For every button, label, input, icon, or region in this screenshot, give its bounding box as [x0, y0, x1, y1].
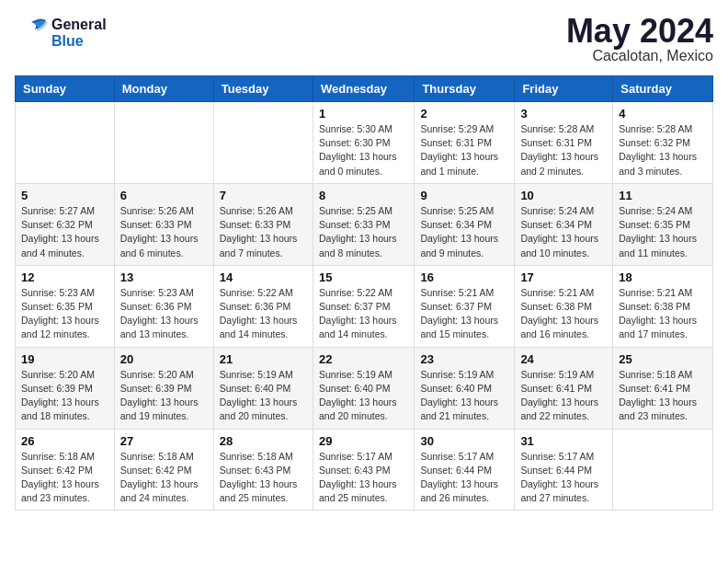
calendar-cell: 23 Sunrise: 5:19 AM Sunset: 6:40 PM Dayl…	[415, 347, 515, 429]
sunrise-text: Sunrise: 5:20 AM	[120, 369, 194, 380]
sunrise-text: Sunrise: 5:28 AM	[520, 123, 594, 134]
daylight-text: Daylight: 13 hours and 11 minutes.	[619, 233, 697, 258]
sunset-text: Sunset: 6:43 PM	[319, 465, 391, 476]
sunrise-text: Sunrise: 5:25 AM	[420, 205, 494, 216]
day-number: 15	[319, 270, 408, 284]
calendar-cell: 29 Sunrise: 5:17 AM Sunset: 6:43 PM Dayl…	[313, 429, 414, 511]
calendar-cell: 1 Sunrise: 5:30 AM Sunset: 6:30 PM Dayli…	[313, 102, 414, 184]
sunset-text: Sunset: 6:42 PM	[21, 465, 93, 476]
title-block: May 2024 Cacalotan, Mexico	[566, 15, 713, 64]
sunrise-text: Sunrise: 5:28 AM	[619, 123, 692, 134]
sunset-text: Sunset: 6:43 PM	[220, 465, 291, 476]
day-number: 11	[619, 189, 707, 202]
weekday-header-row: SundayMondayTuesdayWednesdayThursdayFrid…	[16, 76, 713, 102]
day-info: Sunrise: 5:17 AM Sunset: 6:44 PM Dayligh…	[520, 450, 607, 506]
daylight-text: Daylight: 13 hours and 22 minutes.	[520, 396, 598, 421]
day-number: 10	[520, 189, 607, 202]
sunrise-text: Sunrise: 5:26 AM	[120, 205, 194, 216]
daylight-text: Daylight: 13 hours and 12 minutes.	[21, 315, 99, 339]
day-number: 3	[520, 107, 607, 121]
sunset-text: Sunset: 6:33 PM	[220, 219, 291, 230]
calendar-cell	[114, 102, 213, 184]
sunset-text: Sunset: 6:40 PM	[319, 383, 391, 394]
day-info: Sunrise: 5:23 AM Sunset: 6:36 PM Dayligh…	[120, 286, 208, 342]
calendar-week-row: 5 Sunrise: 5:27 AM Sunset: 6:32 PM Dayli…	[16, 183, 713, 265]
calendar-cell: 31 Sunrise: 5:17 AM Sunset: 6:44 PM Dayl…	[515, 429, 613, 511]
calendar-cell: 11 Sunrise: 5:24 AM Sunset: 6:35 PM Dayl…	[613, 183, 713, 265]
sunset-text: Sunset: 6:36 PM	[220, 301, 291, 312]
daylight-text: Daylight: 13 hours and 19 minutes.	[120, 396, 199, 421]
day-info: Sunrise: 5:24 AM Sunset: 6:35 PM Dayligh…	[619, 204, 707, 260]
sunset-text: Sunset: 6:39 PM	[21, 383, 93, 394]
day-number: 14	[220, 270, 307, 284]
sunrise-text: Sunrise: 5:20 AM	[21, 369, 95, 380]
calendar-cell: 14 Sunrise: 5:22 AM Sunset: 6:36 PM Dayl…	[213, 265, 313, 347]
sunset-text: Sunset: 6:38 PM	[520, 301, 592, 312]
weekday-header-friday: Friday	[515, 76, 613, 102]
calendar-cell	[613, 429, 713, 511]
calendar-cell: 22 Sunrise: 5:19 AM Sunset: 6:40 PM Dayl…	[313, 347, 414, 429]
sunset-text: Sunset: 6:39 PM	[120, 383, 192, 394]
calendar-cell: 18 Sunrise: 5:21 AM Sunset: 6:38 PM Dayl…	[613, 265, 713, 347]
day-info: Sunrise: 5:27 AM Sunset: 6:32 PM Dayligh…	[21, 204, 108, 260]
day-info: Sunrise: 5:21 AM Sunset: 6:37 PM Dayligh…	[420, 286, 508, 342]
daylight-text: Daylight: 13 hours and 27 minutes.	[520, 478, 598, 503]
day-number: 26	[21, 434, 108, 448]
sunrise-text: Sunrise: 5:17 AM	[319, 451, 392, 462]
calendar-cell: 27 Sunrise: 5:18 AM Sunset: 6:42 PM Dayl…	[114, 429, 213, 511]
sunrise-text: Sunrise: 5:22 AM	[319, 287, 392, 298]
day-number: 8	[319, 189, 408, 202]
calendar-cell: 3 Sunrise: 5:28 AM Sunset: 6:31 PM Dayli…	[515, 102, 613, 184]
calendar-cell: 16 Sunrise: 5:21 AM Sunset: 6:37 PM Dayl…	[415, 265, 515, 347]
day-info: Sunrise: 5:22 AM Sunset: 6:36 PM Dayligh…	[220, 286, 307, 342]
sunrise-text: Sunrise: 5:19 AM	[220, 369, 293, 380]
calendar-cell: 17 Sunrise: 5:21 AM Sunset: 6:38 PM Dayl…	[515, 265, 613, 347]
calendar-cell: 10 Sunrise: 5:24 AM Sunset: 6:34 PM Dayl…	[515, 183, 613, 265]
day-number: 17	[520, 270, 607, 284]
sunset-text: Sunset: 6:44 PM	[520, 465, 592, 476]
weekday-header-thursday: Thursday	[415, 76, 515, 102]
calendar-cell: 7 Sunrise: 5:26 AM Sunset: 6:33 PM Dayli…	[213, 183, 313, 265]
sunset-text: Sunset: 6:41 PM	[520, 383, 592, 394]
month-year-title: May 2024	[566, 15, 713, 48]
daylight-text: Daylight: 13 hours and 14 minutes.	[319, 315, 397, 339]
calendar-cell: 26 Sunrise: 5:18 AM Sunset: 6:42 PM Dayl…	[16, 429, 115, 511]
daylight-text: Daylight: 13 hours and 23 minutes.	[21, 478, 99, 503]
calendar-week-row: 1 Sunrise: 5:30 AM Sunset: 6:30 PM Dayli…	[16, 102, 713, 184]
day-info: Sunrise: 5:19 AM Sunset: 6:40 PM Dayligh…	[220, 368, 307, 424]
day-number: 12	[21, 270, 108, 284]
day-number: 7	[220, 189, 307, 202]
day-info: Sunrise: 5:29 AM Sunset: 6:31 PM Dayligh…	[420, 122, 508, 178]
day-number: 24	[520, 352, 607, 366]
day-info: Sunrise: 5:18 AM Sunset: 6:42 PM Dayligh…	[120, 450, 208, 506]
sunrise-text: Sunrise: 5:22 AM	[220, 287, 293, 298]
sunrise-text: Sunrise: 5:24 AM	[619, 205, 692, 216]
sunrise-text: Sunrise: 5:19 AM	[520, 369, 594, 380]
sunrise-text: Sunrise: 5:17 AM	[420, 451, 494, 462]
calendar-cell: 19 Sunrise: 5:20 AM Sunset: 6:39 PM Dayl…	[16, 347, 115, 429]
day-number: 28	[220, 434, 307, 448]
sunrise-text: Sunrise: 5:18 AM	[619, 369, 692, 380]
day-number: 23	[420, 352, 508, 366]
location-subtitle: Cacalotan, Mexico	[566, 48, 713, 64]
day-info: Sunrise: 5:25 AM Sunset: 6:34 PM Dayligh…	[420, 204, 508, 260]
day-info: Sunrise: 5:17 AM Sunset: 6:43 PM Dayligh…	[319, 450, 408, 506]
day-info: Sunrise: 5:18 AM Sunset: 6:43 PM Dayligh…	[220, 450, 307, 506]
calendar-cell: 25 Sunrise: 5:18 AM Sunset: 6:41 PM Dayl…	[613, 347, 713, 429]
day-info: Sunrise: 5:18 AM Sunset: 6:42 PM Dayligh…	[21, 450, 108, 506]
day-number: 1	[319, 107, 408, 121]
calendar-cell: 2 Sunrise: 5:29 AM Sunset: 6:31 PM Dayli…	[415, 102, 515, 184]
calendar-cell: 8 Sunrise: 5:25 AM Sunset: 6:33 PM Dayli…	[313, 183, 414, 265]
sunrise-text: Sunrise: 5:21 AM	[520, 287, 594, 298]
daylight-text: Daylight: 13 hours and 13 minutes.	[120, 315, 199, 339]
sunset-text: Sunset: 6:35 PM	[21, 301, 93, 312]
day-number: 18	[619, 270, 707, 284]
daylight-text: Daylight: 13 hours and 4 minutes.	[21, 233, 99, 258]
weekday-header-sunday: Sunday	[16, 76, 115, 102]
daylight-text: Daylight: 13 hours and 21 minutes.	[420, 396, 498, 421]
sunrise-text: Sunrise: 5:30 AM	[319, 123, 392, 134]
weekday-header-saturday: Saturday	[613, 76, 713, 102]
calendar-cell: 6 Sunrise: 5:26 AM Sunset: 6:33 PM Dayli…	[114, 183, 213, 265]
sunset-text: Sunset: 6:40 PM	[220, 383, 291, 394]
day-number: 21	[220, 352, 307, 366]
